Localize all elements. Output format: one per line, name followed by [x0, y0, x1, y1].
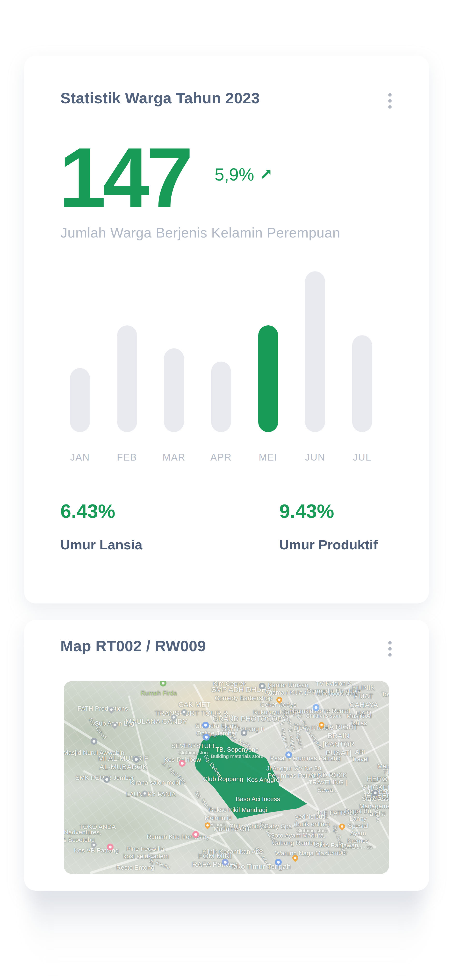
map-pin-shop-icon — [313, 704, 319, 711]
map-pin-bank-icon — [372, 789, 379, 796]
stat-umur-lansia: 6.43% Umur Lansia — [61, 500, 142, 552]
map-card: Map RT002 / RW009 Kim GeprekSMP ADH DHUH… — [24, 620, 429, 891]
stat-umur-produktif: 9.43% Umur Produktif — [279, 500, 378, 552]
bar[interactable] — [164, 348, 184, 432]
map-place-label: GUND ROCK TRAVELING | Sewa... — [297, 772, 358, 794]
map-pin-shopblue-icon — [203, 734, 210, 741]
page-bottom-shadow — [32, 890, 421, 967]
map-place-label: GRAND PHOTOCOPY — [213, 715, 287, 723]
stat-value: 6.43% — [61, 500, 142, 522]
kebab-menu-icon[interactable] — [385, 91, 395, 111]
map-pin-school-icon — [259, 682, 265, 689]
arrow-up-right-icon — [260, 167, 273, 181]
map-pin-school-icon — [104, 776, 110, 783]
bar[interactable] — [305, 271, 325, 432]
map-place-label: Pasar Perumnas Patrang — [270, 754, 341, 762]
map-place-label: yedhis butik (butik online)Clothing stor… — [294, 813, 330, 834]
bar-highlighted[interactable] — [258, 325, 278, 432]
map-place-label: ABI Travel — [346, 748, 375, 763]
map-place-label: LONadventures, & Scootebu — [64, 829, 101, 844]
map-place-label: Club Roppang — [203, 775, 243, 783]
map-place-label: MI.AL-MU'ARIF AL-MUBAROK — [98, 754, 148, 771]
satellite-map[interactable]: Kim GeprekSMP ADH DHUHA IIKantor Urusan … — [64, 681, 389, 874]
footer-stats: 6.43% Umur Lansia 9.43% Umur Produktif — [61, 500, 392, 578]
kebab-menu-icon[interactable] — [385, 639, 395, 659]
map-place-label: Rumah Firda — [140, 689, 177, 697]
month-label: MAR — [163, 452, 185, 463]
map-pin-bed-icon — [192, 831, 199, 838]
month-label: JAN — [70, 452, 90, 463]
map-place-label: Jl. Melon — [373, 806, 388, 822]
map-card-title: Map RT002 / RW009 — [61, 637, 206, 655]
bar-column-jun[interactable]: JUN — [305, 268, 325, 432]
bar-column-jan[interactable]: JAN — [70, 268, 90, 432]
map-place-label: Resto Entong — [116, 864, 155, 871]
month-label: JUN — [305, 452, 325, 463]
bar-chart: JANFEBMARAPRMEIJUNJUL — [61, 268, 382, 432]
month-label: APR — [211, 452, 232, 463]
map-pin-pinblue-icon — [286, 751, 292, 758]
map-place-label: Tow — [381, 690, 389, 698]
bar[interactable] — [117, 325, 137, 432]
map-place-label: Kos Anggrek — [247, 776, 282, 783]
map-pin-gas-icon — [222, 859, 228, 865]
bar-column-mar[interactable]: MAR — [164, 268, 184, 432]
month-label: JUL — [353, 452, 371, 463]
map-place-label: Pine tree villa, kost sejuk adem — [123, 845, 169, 860]
map-place-label: LAUNDRY FANIA — [126, 790, 176, 798]
map-place-label: MAULANA CANDY — [125, 717, 188, 725]
bar[interactable] — [211, 361, 231, 432]
bar-column-mei[interactable]: MEI — [258, 268, 278, 432]
metric-value: 147 — [59, 135, 190, 220]
map-pin-shopblue-icon — [275, 859, 282, 865]
map-place-label: Rumah Kita Homestay — [147, 833, 210, 840]
map-place-label: Warung Naga Mas — [275, 850, 327, 857]
stat-label: Umur Produktif — [279, 537, 378, 552]
map-pin-bed-icon — [179, 760, 185, 767]
map-pin-school-icon — [241, 729, 247, 736]
month-label: FEB — [117, 452, 137, 463]
stat-value: 9.43% — [279, 500, 378, 522]
bar[interactable] — [352, 335, 372, 432]
map-card-header: Map RT002 / RW009 — [61, 637, 395, 659]
map-place-label: Kantor Urusan Agama ( KUA )... — [265, 681, 312, 696]
statistics-card-title: Statistik Warga Tahun 2023 — [61, 89, 260, 107]
statistics-card: Statistik Warga Tahun 2023 147 5,9% Juml… — [24, 56, 429, 603]
map-pin-mosque-icon — [91, 738, 97, 745]
map-place-label: FATH Productions — [78, 705, 128, 712]
metric-description: Jumlah Warga Berjenis Kelamin Perempuan — [61, 224, 340, 241]
map-place-label: Madame Gift — [214, 825, 250, 833]
bar-column-apr[interactable]: APR — [211, 268, 231, 432]
map-pin-shopblue-icon — [202, 722, 209, 729]
month-label: MEI — [259, 452, 278, 463]
map-place-label: Childrens store — [306, 713, 342, 719]
bar-column-jul[interactable]: JUL — [352, 268, 372, 432]
metric-delta: 5,9% — [215, 165, 273, 185]
map-place-label: TB. SoponyonoBuilding materials store — [211, 746, 263, 759]
statistics-card-header: Statistik Warga Tahun 2023 — [61, 89, 395, 111]
bar-column-feb[interactable]: FEB — [117, 268, 137, 432]
map-place-label: SEVEN7STUFFClothing store — [171, 742, 216, 756]
map-pin-bed-icon — [107, 844, 113, 850]
map-pin-school-icon — [133, 756, 140, 763]
map-place-label: Baso Aci Incess — [236, 795, 280, 803]
metric-delta-text: 5,9% — [215, 165, 254, 185]
map-place-label: Bakso Kikil Mandiagi — [209, 806, 267, 814]
map-place-label: Kirana salon mobil — [130, 779, 182, 786]
stat-label: Umur Lansia — [61, 537, 142, 552]
bar[interactable] — [70, 368, 90, 432]
